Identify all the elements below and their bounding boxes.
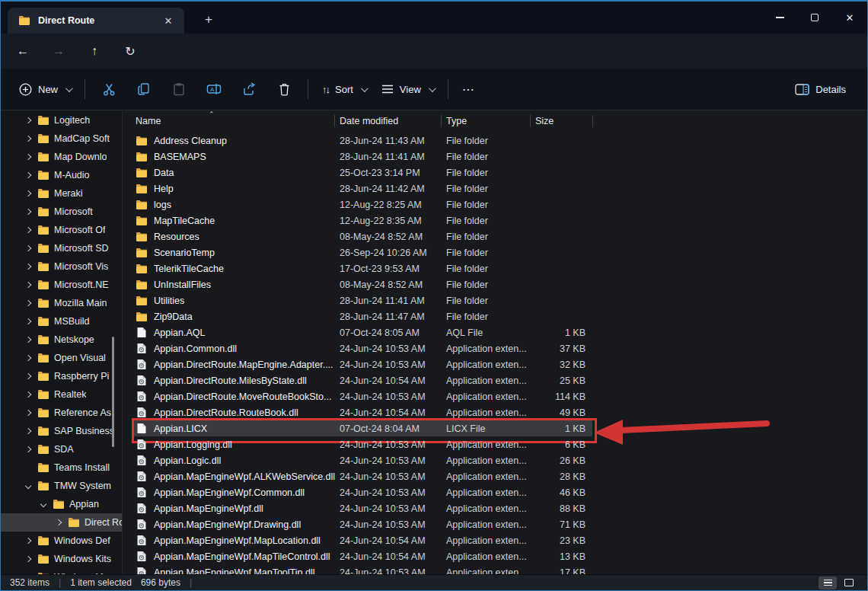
file-name-cell[interactable]: Appian.MapEngineWpf.Common.dll xyxy=(123,487,335,498)
sidebar-scrollbar[interactable] xyxy=(112,337,114,447)
file-row[interactable]: Appian.MapEngineWpf.Drawing.dll 24-Jun-2… xyxy=(123,516,868,532)
explorer-tab[interactable]: Direct Route ✕ xyxy=(8,8,184,34)
column-header-size[interactable]: Size xyxy=(531,111,593,131)
sidebar-tree-item[interactable]: MSBuild xyxy=(1,312,122,331)
file-name-cell[interactable]: ScenarioTemp xyxy=(123,248,335,258)
refresh-button[interactable]: ↻ xyxy=(116,39,144,63)
tree-expand-chevron-icon[interactable] xyxy=(24,319,33,324)
details-view-toggle[interactable] xyxy=(819,577,837,589)
tree-expand-chevron-icon[interactable] xyxy=(24,246,33,251)
tree-expand-chevron-icon[interactable] xyxy=(24,447,33,452)
sidebar-tree-item[interactable]: Microsoft Vis xyxy=(1,257,122,276)
tree-expand-chevron-icon[interactable] xyxy=(24,136,33,141)
file-name-cell[interactable]: Zip9Data xyxy=(123,311,335,322)
file-name-cell[interactable]: BASEMAPS xyxy=(123,152,335,162)
tree-expand-chevron-icon[interactable] xyxy=(24,283,33,287)
share-button[interactable] xyxy=(235,76,263,102)
file-row[interactable]: Appian.MapEngineWpf.ALKWebService.dll 24… xyxy=(123,468,868,484)
sidebar-tree-item[interactable]: Logitech xyxy=(1,111,122,129)
tree-expand-chevron-icon[interactable] xyxy=(39,502,48,506)
tree-expand-chevron-icon[interactable] xyxy=(24,392,33,397)
file-name-cell[interactable]: Appian.LICX xyxy=(123,423,335,434)
sidebar-tree-item[interactable]: Appian xyxy=(1,495,122,513)
sidebar-tree-item[interactable]: Netskope xyxy=(1,331,122,349)
file-name-cell[interactable]: Appian.DirectRoute.MoveRouteBookSto... xyxy=(123,391,335,402)
tree-expand-chevron-icon[interactable] xyxy=(24,228,33,232)
file-row[interactable]: Appian.Logic.dll 24-Jun-24 10:53 AM Appl… xyxy=(123,452,868,468)
file-row[interactable]: Address Cleanup 28-Jun-24 11:43 AM File … xyxy=(123,133,868,149)
file-name-cell[interactable]: Appian.MapEngineWpf.Drawing.dll xyxy=(123,519,335,530)
file-row[interactable]: Appian.MapEngineWpf.Common.dll 24-Jun-24… xyxy=(123,484,868,500)
new-button[interactable]: New xyxy=(11,77,78,102)
sidebar-tree-item[interactable]: Microsoft xyxy=(1,203,122,221)
sidebar-tree-item[interactable]: Realtek xyxy=(1,385,122,404)
tree-expand-chevron-icon[interactable] xyxy=(24,411,33,415)
close-button[interactable]: ✕ xyxy=(832,2,867,34)
sidebar-tree-item[interactable]: Windows Def xyxy=(1,532,122,550)
file-row[interactable]: Zip9Data 28-Jun-24 11:47 AM File folder xyxy=(123,308,868,324)
sort-button[interactable]: ↑↓ Sort xyxy=(314,78,374,101)
column-resize-handle[interactable] xyxy=(592,115,593,127)
tree-expand-chevron-icon[interactable] xyxy=(54,520,63,525)
file-row[interactable]: Appian.DirectRoute.MapEngine.Adapter....… xyxy=(123,356,868,372)
file-row[interactable]: Help 28-Jun-24 11:42 AM File folder xyxy=(123,180,868,196)
column-header-name[interactable]: ⌃ Name xyxy=(123,111,335,131)
sidebar-tree-item[interactable]: Microsoft Of xyxy=(1,221,122,239)
file-row[interactable]: ScenarioTemp 26-Sep-24 10:26 AM File fol… xyxy=(123,244,868,260)
sidebar-tree-item[interactable]: Raspberry Pi xyxy=(1,367,122,385)
details-pane-button[interactable]: Details xyxy=(787,78,854,101)
file-name-cell[interactable]: Appian.MapEngineWpf.MapTileControl.dll xyxy=(123,551,335,562)
sidebar-tree-item[interactable]: SDA xyxy=(1,440,122,458)
minimize-button[interactable] xyxy=(762,2,797,34)
file-row[interactable]: Appian.MapEngineWpf.dll 24-Jun-24 10:53 … xyxy=(123,500,868,516)
file-name-cell[interactable]: Appian.MapEngineWpf.dll xyxy=(123,503,335,514)
file-row[interactable]: Appian.DirectRoute.MilesByState.dll 24-J… xyxy=(123,372,868,388)
file-row[interactable]: MapTileCache 12-Aug-22 8:35 AM File fold… xyxy=(123,212,868,228)
file-row[interactable]: Appian.DirectRoute.MoveRouteBookSto... 2… xyxy=(123,388,868,404)
tree-expand-chevron-icon[interactable] xyxy=(24,538,33,543)
file-row[interactable]: Appian.MapEngineWpf.MapLocation.dll 24-J… xyxy=(123,532,868,548)
file-name-cell[interactable]: Appian.DirectRoute.MilesByState.dll xyxy=(123,375,335,386)
tree-expand-chevron-icon[interactable] xyxy=(24,118,33,123)
cut-button[interactable] xyxy=(94,76,123,102)
sidebar-tree-item[interactable]: MadCap Soft xyxy=(1,129,122,148)
paste-button[interactable] xyxy=(164,76,193,102)
maximize-button[interactable] xyxy=(797,2,832,34)
file-name-cell[interactable]: Appian.DirectRoute.RouteBook.dll xyxy=(123,407,335,418)
file-name-cell[interactable]: Appian.MapEngineWpf.MapLocation.dll xyxy=(123,535,335,546)
file-name-cell[interactable]: Appian.MapEngineWpf.ALKWebService.dll xyxy=(123,471,335,482)
file-row[interactable]: logs 12-Aug-22 8:25 AM File folder xyxy=(123,196,868,212)
file-name-cell[interactable]: Appian.Common.dll xyxy=(123,343,335,354)
file-row[interactable]: TelerikTileCache 17-Oct-23 9:53 AM File … xyxy=(123,260,868,276)
more-options-button[interactable]: ⋯ xyxy=(455,82,483,97)
rename-button[interactable]: A xyxy=(199,76,228,102)
tree-expand-chevron-icon[interactable] xyxy=(24,337,33,342)
file-name-cell[interactable]: TelerikTileCache xyxy=(123,264,335,274)
tree-expand-chevron-icon[interactable] xyxy=(24,356,33,360)
file-name-cell[interactable]: Appian.AQL xyxy=(123,327,335,338)
file-row[interactable]: Resources 08-May-24 8:52 AM File folder xyxy=(123,228,868,244)
file-row[interactable]: Appian.Logging.dll 24-Jun-24 10:53 AM Ap… xyxy=(123,436,868,452)
file-name-cell[interactable]: MapTileCache xyxy=(123,216,335,226)
tree-expand-chevron-icon[interactable] xyxy=(24,264,33,269)
file-name-cell[interactable]: Address Cleanup xyxy=(123,136,335,146)
sidebar-tree-item[interactable]: M-Audio xyxy=(1,166,122,184)
file-row[interactable]: Appian.DirectRoute.RouteBook.dll 24-Jun-… xyxy=(123,404,868,420)
tab-close-icon[interactable]: ✕ xyxy=(160,12,177,29)
file-row[interactable]: Data 25-Oct-23 3:14 PM File folder xyxy=(123,165,868,180)
file-row[interactable]: Appian.Common.dll 24-Jun-24 10:53 AM App… xyxy=(123,340,868,356)
file-name-cell[interactable]: UnInstallFiles xyxy=(123,280,335,290)
sidebar-tree-item[interactable]: Mozilla Main xyxy=(1,294,122,312)
copy-button[interactable] xyxy=(129,76,158,102)
tree-expand-chevron-icon[interactable] xyxy=(24,155,33,159)
file-name-cell[interactable]: Data xyxy=(123,168,335,178)
file-name-cell[interactable]: Utilities xyxy=(123,296,335,306)
file-name-cell[interactable]: Resources xyxy=(123,232,335,242)
file-row[interactable]: BASEMAPS 28-Jun-24 11:41 AM File folder xyxy=(123,149,868,165)
file-row[interactable]: Utilities 28-Jun-24 11:41 AM File folder xyxy=(123,292,868,308)
delete-button[interactable] xyxy=(270,76,298,102)
sidebar-tree-item[interactable]: Open Visual xyxy=(1,349,122,367)
column-header-type[interactable]: Type xyxy=(442,111,531,131)
file-name-cell[interactable]: Appian.DirectRoute.MapEngine.Adapter.... xyxy=(123,359,335,370)
tree-expand-chevron-icon[interactable] xyxy=(24,209,33,214)
